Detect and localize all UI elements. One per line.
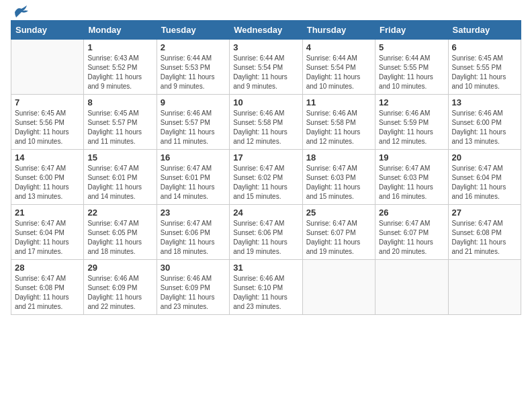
- calendar-day-cell: 6Sunrise: 6:45 AM Sunset: 5:55 PM Daylig…: [448, 40, 521, 95]
- day-header-wednesday: Wednesday: [230, 21, 302, 40]
- day-number: 14: [15, 152, 80, 163]
- day-info: Sunrise: 6:47 AM Sunset: 6:04 PM Dayligh…: [452, 164, 517, 201]
- calendar-day-cell: 20Sunrise: 6:47 AM Sunset: 6:04 PM Dayli…: [448, 150, 521, 205]
- day-number: 11: [306, 97, 371, 107]
- day-info: Sunrise: 6:46 AM Sunset: 5:58 PM Dayligh…: [306, 109, 371, 146]
- day-info: Sunrise: 6:46 AM Sunset: 5:59 PM Dayligh…: [379, 109, 444, 146]
- day-header-tuesday: Tuesday: [157, 21, 229, 40]
- day-header-saturday: Saturday: [448, 21, 521, 40]
- calendar-day-cell: [448, 260, 521, 315]
- day-number: 29: [87, 263, 152, 273]
- day-info: Sunrise: 6:47 AM Sunset: 6:08 PM Dayligh…: [452, 219, 517, 257]
- calendar-day-cell: 17Sunrise: 6:47 AM Sunset: 6:02 PM Dayli…: [230, 150, 302, 205]
- calendar-day-cell: 8Sunrise: 6:45 AM Sunset: 5:57 PM Daylig…: [84, 95, 157, 150]
- day-info: Sunrise: 6:47 AM Sunset: 6:03 PM Dayligh…: [306, 164, 371, 201]
- day-info: Sunrise: 6:47 AM Sunset: 6:03 PM Dayligh…: [379, 164, 444, 201]
- calendar-day-cell: 2Sunrise: 6:44 AM Sunset: 5:53 PM Daylig…: [157, 40, 229, 95]
- calendar-day-cell: 26Sunrise: 6:47 AM Sunset: 6:07 PM Dayli…: [375, 205, 448, 260]
- calendar-day-cell: 23Sunrise: 6:47 AM Sunset: 6:06 PM Dayli…: [157, 205, 229, 260]
- day-number: 21: [15, 208, 80, 218]
- day-header-friday: Friday: [375, 21, 448, 40]
- day-info: Sunrise: 6:47 AM Sunset: 6:07 PM Dayligh…: [306, 219, 371, 257]
- logo: [11, 11, 30, 13]
- day-number: 24: [233, 208, 298, 218]
- day-info: Sunrise: 6:47 AM Sunset: 6:07 PM Dayligh…: [379, 219, 444, 257]
- calendar-day-cell: 28Sunrise: 6:47 AM Sunset: 6:08 PM Dayli…: [11, 260, 84, 315]
- day-info: Sunrise: 6:45 AM Sunset: 5:55 PM Dayligh…: [452, 54, 517, 91]
- calendar-day-cell: 4Sunrise: 6:44 AM Sunset: 5:54 PM Daylig…: [302, 40, 375, 95]
- day-info: Sunrise: 6:44 AM Sunset: 5:55 PM Dayligh…: [379, 54, 444, 91]
- day-info: Sunrise: 6:47 AM Sunset: 6:01 PM Dayligh…: [87, 164, 152, 201]
- calendar-day-cell: 13Sunrise: 6:46 AM Sunset: 6:00 PM Dayli…: [448, 95, 521, 150]
- calendar-day-cell: 15Sunrise: 6:47 AM Sunset: 6:01 PM Dayli…: [84, 150, 157, 205]
- day-number: 27: [452, 208, 517, 218]
- day-info: Sunrise: 6:47 AM Sunset: 6:02 PM Dayligh…: [233, 164, 298, 201]
- calendar-table: SundayMondayTuesdayWednesdayThursdayFrid…: [11, 20, 521, 315]
- day-number: 18: [306, 152, 371, 163]
- calendar-day-cell: 24Sunrise: 6:47 AM Sunset: 6:06 PM Dayli…: [230, 205, 302, 260]
- calendar-day-cell: 10Sunrise: 6:46 AM Sunset: 5:58 PM Dayli…: [230, 95, 302, 150]
- day-info: Sunrise: 6:45 AM Sunset: 5:56 PM Dayligh…: [15, 109, 80, 146]
- day-info: Sunrise: 6:47 AM Sunset: 6:04 PM Dayligh…: [15, 219, 80, 257]
- calendar-week-row: 14Sunrise: 6:47 AM Sunset: 6:00 PM Dayli…: [11, 150, 521, 205]
- calendar-day-cell: 27Sunrise: 6:47 AM Sunset: 6:08 PM Dayli…: [448, 205, 521, 260]
- calendar-day-cell: 5Sunrise: 6:44 AM Sunset: 5:55 PM Daylig…: [375, 40, 448, 95]
- calendar-week-row: 7Sunrise: 6:45 AM Sunset: 5:56 PM Daylig…: [11, 95, 521, 150]
- day-info: Sunrise: 6:47 AM Sunset: 6:01 PM Dayligh…: [161, 164, 226, 201]
- calendar-day-cell: 14Sunrise: 6:47 AM Sunset: 6:00 PM Dayli…: [11, 150, 84, 205]
- day-info: Sunrise: 6:46 AM Sunset: 5:58 PM Dayligh…: [233, 109, 298, 146]
- day-number: 31: [233, 263, 298, 273]
- calendar-week-row: 1Sunrise: 6:43 AM Sunset: 5:52 PM Daylig…: [11, 40, 521, 95]
- calendar-day-cell: 22Sunrise: 6:47 AM Sunset: 6:05 PM Dayli…: [84, 205, 157, 260]
- calendar-day-cell: 18Sunrise: 6:47 AM Sunset: 6:03 PM Dayli…: [302, 150, 375, 205]
- day-info: Sunrise: 6:44 AM Sunset: 5:53 PM Dayligh…: [161, 54, 226, 91]
- day-header-thursday: Thursday: [302, 21, 375, 40]
- day-number: 30: [161, 263, 226, 273]
- day-number: 13: [452, 97, 517, 107]
- day-info: Sunrise: 6:47 AM Sunset: 6:05 PM Dayligh…: [87, 219, 152, 257]
- day-number: 7: [15, 97, 80, 107]
- day-number: 26: [379, 208, 444, 218]
- day-info: Sunrise: 6:44 AM Sunset: 5:54 PM Dayligh…: [306, 54, 371, 91]
- day-info: Sunrise: 6:47 AM Sunset: 6:00 PM Dayligh…: [15, 164, 80, 201]
- day-number: 19: [379, 152, 444, 163]
- day-number: 23: [161, 208, 226, 218]
- calendar-day-cell: 16Sunrise: 6:47 AM Sunset: 6:01 PM Dayli…: [157, 150, 229, 205]
- day-info: Sunrise: 6:43 AM Sunset: 5:52 PM Dayligh…: [87, 54, 152, 91]
- calendar-day-cell: [302, 260, 375, 315]
- day-number: 9: [161, 97, 226, 107]
- day-header-sunday: Sunday: [11, 21, 84, 40]
- day-number: 8: [87, 97, 152, 107]
- calendar-day-cell: 1Sunrise: 6:43 AM Sunset: 5:52 PM Daylig…: [84, 40, 157, 95]
- calendar-day-cell: 3Sunrise: 6:44 AM Sunset: 5:54 PM Daylig…: [230, 40, 302, 95]
- day-info: Sunrise: 6:46 AM Sunset: 5:57 PM Dayligh…: [161, 109, 226, 146]
- calendar-day-cell: [375, 260, 448, 315]
- calendar-week-row: 28Sunrise: 6:47 AM Sunset: 6:08 PM Dayli…: [11, 260, 521, 315]
- page-header: [11, 11, 521, 13]
- day-number: 3: [233, 42, 298, 52]
- calendar-day-cell: 21Sunrise: 6:47 AM Sunset: 6:04 PM Dayli…: [11, 205, 84, 260]
- day-number: 17: [233, 152, 298, 163]
- calendar-day-cell: 7Sunrise: 6:45 AM Sunset: 5:56 PM Daylig…: [11, 95, 84, 150]
- day-number: 1: [87, 42, 152, 52]
- calendar-header-row: SundayMondayTuesdayWednesdayThursdayFrid…: [11, 21, 521, 40]
- calendar-day-cell: 11Sunrise: 6:46 AM Sunset: 5:58 PM Dayli…: [302, 95, 375, 150]
- day-number: 16: [161, 152, 226, 163]
- day-number: 6: [452, 42, 517, 52]
- day-info: Sunrise: 6:47 AM Sunset: 6:06 PM Dayligh…: [161, 219, 226, 257]
- calendar-day-cell: 30Sunrise: 6:46 AM Sunset: 6:09 PM Dayli…: [157, 260, 229, 315]
- day-number: 28: [15, 263, 80, 273]
- day-info: Sunrise: 6:46 AM Sunset: 6:09 PM Dayligh…: [161, 274, 226, 312]
- day-info: Sunrise: 6:46 AM Sunset: 6:09 PM Dayligh…: [87, 274, 152, 312]
- logo-bird-icon: [13, 5, 30, 17]
- day-number: 12: [379, 97, 444, 107]
- day-number: 20: [452, 152, 517, 163]
- day-number: 15: [87, 152, 152, 163]
- day-info: Sunrise: 6:46 AM Sunset: 6:00 PM Dayligh…: [452, 109, 517, 146]
- day-header-monday: Monday: [84, 21, 157, 40]
- day-info: Sunrise: 6:44 AM Sunset: 5:54 PM Dayligh…: [233, 54, 298, 91]
- day-info: Sunrise: 6:45 AM Sunset: 5:57 PM Dayligh…: [87, 109, 152, 146]
- day-number: 5: [379, 42, 444, 52]
- calendar-day-cell: 25Sunrise: 6:47 AM Sunset: 6:07 PM Dayli…: [302, 205, 375, 260]
- day-number: 4: [306, 42, 371, 52]
